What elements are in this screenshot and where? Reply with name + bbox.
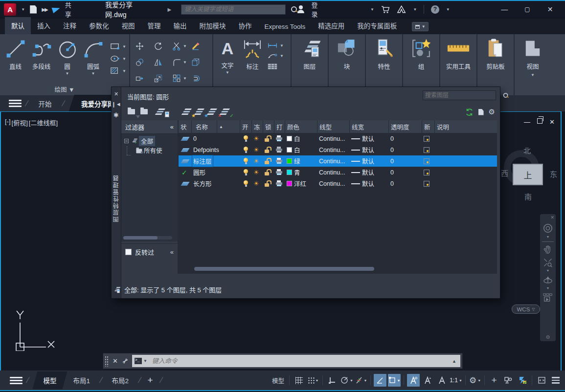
ribbon-tab-view[interactable]: 视图 xyxy=(115,17,141,34)
stretch-button[interactable] xyxy=(135,74,144,83)
layer-on-icon[interactable] xyxy=(240,155,251,167)
layer-color-cell[interactable]: 青 xyxy=(285,167,317,178)
col-name[interactable]: 名称▲ xyxy=(191,120,240,133)
ellipse-button[interactable]: ▼ xyxy=(110,54,126,63)
offset-button[interactable] xyxy=(191,74,200,83)
help-dropdown-icon[interactable]: ▼ xyxy=(446,7,450,12)
layer-transparency-cell[interactable]: 0 xyxy=(388,178,422,189)
tree-expander-icon[interactable] xyxy=(124,139,129,143)
rotate-button[interactable] xyxy=(154,42,163,51)
view-panel-dropdown-icon[interactable]: ▼ xyxy=(531,73,535,77)
ribbon-tab-annotate[interactable]: 注释 xyxy=(57,17,83,34)
set-current-layer-button[interactable]: ✓ xyxy=(221,107,234,117)
palette-close-icon[interactable]: ✕ xyxy=(114,91,118,97)
command-expand-icon[interactable]: ▲ xyxy=(452,359,456,364)
layer-freeze-icon[interactable]: ☀ xyxy=(251,144,263,155)
help-icon[interactable]: ? xyxy=(431,5,439,14)
account-dropdown-icon[interactable]: ▼ xyxy=(370,7,374,12)
layer-description-cell[interactable] xyxy=(434,167,497,178)
model-space-button[interactable]: 模型 xyxy=(270,374,286,387)
command-line-grip[interactable] xyxy=(105,356,109,367)
layer-lineweight-cell[interactable]: 默认 xyxy=(349,178,388,189)
scale-button[interactable] xyxy=(154,74,163,83)
layer-lineweight-cell[interactable]: 默认 xyxy=(349,155,388,167)
rectangle-button[interactable]: ▼ xyxy=(110,42,126,51)
leader-button[interactable]: ▼ xyxy=(267,52,284,59)
clean-screen-button[interactable] xyxy=(535,374,548,387)
tab-layout2[interactable]: 布局2 xyxy=(106,372,135,388)
window-minimize-button[interactable]: — xyxy=(497,5,513,13)
panel-layers[interactable]: 图层 xyxy=(292,34,328,95)
viewcube-top-face[interactable]: 上 xyxy=(513,164,543,185)
filter-used-layers-label[interactable]: 所有使 xyxy=(144,146,162,155)
refresh-button[interactable] xyxy=(465,108,474,116)
account-icon[interactable] xyxy=(297,5,304,13)
layer-search-input[interactable] xyxy=(423,92,503,99)
layer-linetype-cell[interactable]: Continu... xyxy=(317,144,349,155)
autodesk-dropdown-icon[interactable]: ▼ xyxy=(413,7,417,12)
qat-new-file-icon[interactable] xyxy=(30,5,37,14)
col-on[interactable]: 开 xyxy=(240,120,251,133)
layer-lock-icon[interactable] xyxy=(263,167,274,178)
layer-name[interactable]: 长方形 xyxy=(191,178,240,189)
layer-row[interactable]: 标注层 ☀ 绿 Continu... 默认 0 xyxy=(179,155,497,167)
layer-lock-icon[interactable] xyxy=(263,155,274,167)
orbit-icon[interactable] xyxy=(542,275,553,285)
arc-dropdown-icon[interactable]: ▼ xyxy=(91,71,95,76)
autodesk-logo-icon[interactable] xyxy=(397,5,406,13)
filter-tree-scrollbar[interactable] xyxy=(123,236,172,240)
col-color[interactable]: 颜色 xyxy=(285,120,317,133)
navbar-close-icon[interactable]: ✕ xyxy=(550,215,554,220)
isolate-objects-button[interactable] xyxy=(502,374,515,387)
layer-transparency-cell[interactable]: 0 xyxy=(388,144,422,155)
wheel-dropdown-icon[interactable]: ▼ xyxy=(546,235,550,239)
layer-row[interactable]: Defpoints ☀ 白 Continu... 默认 0 xyxy=(179,144,497,155)
panel-group[interactable]: 组 xyxy=(403,34,439,95)
ribbon-tab-addins[interactable]: 附加模块 xyxy=(193,17,232,34)
viewcube-west[interactable]: 西 xyxy=(501,168,508,178)
circle-dropdown-icon[interactable]: ▼ xyxy=(66,71,69,76)
text-button[interactable]: A 文字 ▼ xyxy=(216,37,239,75)
window-close-button[interactable]: ✕ xyxy=(542,5,558,13)
hatch-button[interactable]: ▼ xyxy=(110,66,126,75)
box-button[interactable] xyxy=(191,58,200,67)
layer-color-cell[interactable]: 白 xyxy=(285,144,317,155)
new-layout-button[interactable]: + xyxy=(147,375,153,386)
help-search-input[interactable] xyxy=(181,5,285,14)
panel-properties[interactable]: 特性 xyxy=(366,34,402,95)
app-store-cart-icon[interactable] xyxy=(381,5,390,14)
command-history-dropdown-icon[interactable]: ▼ xyxy=(143,359,147,363)
circle-button[interactable]: 圆 ▼ xyxy=(55,37,80,76)
grid-display-button[interactable] xyxy=(293,374,305,387)
invert-filter-checkbox[interactable] xyxy=(125,249,132,255)
wcs-dropdown[interactable]: WCS▽ xyxy=(512,305,540,314)
filters-collapse-icon[interactable]: « xyxy=(170,123,174,131)
orbit-dropdown-icon[interactable]: ▼ xyxy=(546,286,550,290)
layer-table-scrollbar[interactable] xyxy=(185,267,422,271)
array-button[interactable]: ▼ xyxy=(172,74,187,83)
filter-tree-root[interactable]: ✓ 全部 xyxy=(121,134,178,145)
ribbon-tab-output[interactable]: 输出 xyxy=(167,17,193,34)
layer-linetype-cell[interactable]: Continu... xyxy=(317,167,349,178)
annotation-visibility-button[interactable] xyxy=(407,374,420,387)
isodraft-button[interactable]: ▼ xyxy=(355,374,367,387)
layer-on-icon[interactable] xyxy=(240,144,251,155)
layer-description-cell[interactable] xyxy=(434,144,497,155)
layer-row[interactable]: 长方形 ☀ 洋红 Continu... 默认 0 xyxy=(179,178,497,189)
command-prompt-icon[interactable] xyxy=(135,358,142,364)
filter-tree-child[interactable]: 所有使 xyxy=(121,145,178,155)
doc-close-button[interactable]: ✕ xyxy=(549,118,555,126)
workspace-gear-button[interactable]: ⚙▼ xyxy=(469,374,481,387)
layer-vp-freeze-icon[interactable] xyxy=(422,155,434,167)
polyline-button[interactable]: 多段线 xyxy=(29,37,54,76)
move-button[interactable] xyxy=(135,42,144,51)
customization-menu-button[interactable] xyxy=(549,374,562,387)
trim-button[interactable]: ▼ xyxy=(172,42,187,51)
polar-tracking-button[interactable]: ▼ xyxy=(340,374,353,387)
navbar-collapse-icon[interactable]: ⊖ xyxy=(546,334,550,340)
share-label[interactable]: 共享 xyxy=(65,0,77,19)
steering-wheel-icon[interactable] xyxy=(542,223,553,234)
draw-panel-label[interactable]: 绘图 ▼ xyxy=(0,85,129,94)
col-status[interactable]: 状 xyxy=(179,120,191,133)
layer-description-cell[interactable] xyxy=(434,133,497,144)
